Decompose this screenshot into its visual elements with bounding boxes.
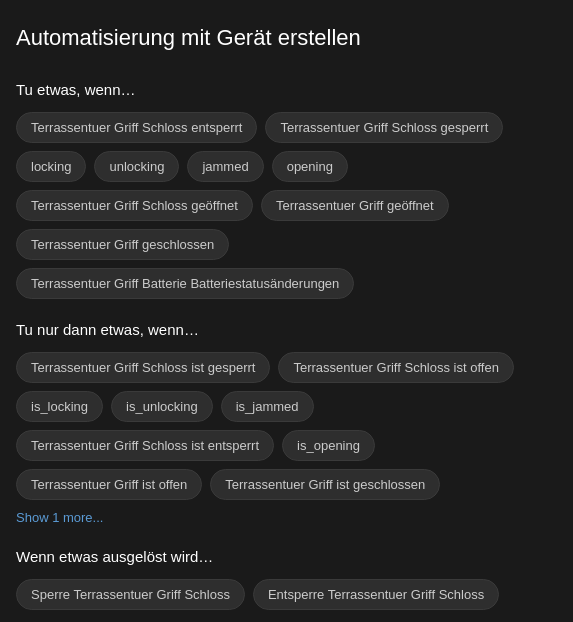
tag[interactable]: opening — [272, 151, 348, 182]
tag[interactable]: locking — [16, 151, 86, 182]
tags-action-container: Sperre Terrassentuer Griff SchlossEntspe… — [16, 579, 557, 610]
tag[interactable]: Terrassentuer Griff Batterie Batteriesta… — [16, 268, 354, 299]
tag[interactable]: Terrassentuer Griff Schloss entsperrt — [16, 112, 257, 143]
section-only-when: Tu nur dann etwas, wenn… Terrassentuer G… — [16, 321, 557, 526]
section-when-label: Tu etwas, wenn… — [16, 81, 557, 98]
tag[interactable]: jammed — [187, 151, 263, 182]
section-action-label: Wenn etwas ausgelöst wird… — [16, 548, 557, 565]
tag[interactable]: Terrassentuer Griff Schloss gesperrt — [265, 112, 503, 143]
tag[interactable]: is_jammed — [221, 391, 314, 422]
tag[interactable]: Terrassentuer Griff geschlossen — [16, 229, 229, 260]
tag[interactable]: Terrassentuer Griff Schloss ist offen — [278, 352, 513, 383]
section-when: Tu etwas, wenn… Terrassentuer Griff Schl… — [16, 81, 557, 299]
page-title: Automatisierung mit Gerät erstellen — [16, 24, 557, 53]
tag[interactable]: Terrassentuer Griff Schloss ist entsperr… — [16, 430, 274, 461]
tag[interactable]: is_locking — [16, 391, 103, 422]
tag[interactable]: is_opening — [282, 430, 375, 461]
tag[interactable]: Terrassentuer Griff Schloss ist gesperrt — [16, 352, 270, 383]
tag[interactable]: Sperre Terrassentuer Griff Schloss — [16, 579, 245, 610]
tag[interactable]: Terrassentuer Griff ist geschlossen — [210, 469, 440, 500]
tag[interactable]: unlocking — [94, 151, 179, 182]
tag[interactable]: Entsperre Terrassentuer Griff Schloss — [253, 579, 499, 610]
show-more-link[interactable]: Show 1 more... — [16, 510, 103, 525]
tags-when-container: Terrassentuer Griff Schloss entsperrtTer… — [16, 112, 557, 299]
tag[interactable]: Terrassentuer Griff geöffnet — [261, 190, 449, 221]
tag[interactable]: Terrassentuer Griff ist offen — [16, 469, 202, 500]
tag[interactable]: is_unlocking — [111, 391, 213, 422]
tags-only-when-container: Terrassentuer Griff Schloss ist gesperrt… — [16, 352, 557, 500]
tag[interactable]: Terrassentuer Griff Schloss geöffnet — [16, 190, 253, 221]
section-only-when-label: Tu nur dann etwas, wenn… — [16, 321, 557, 338]
section-action: Wenn etwas ausgelöst wird… Sperre Terras… — [16, 548, 557, 610]
